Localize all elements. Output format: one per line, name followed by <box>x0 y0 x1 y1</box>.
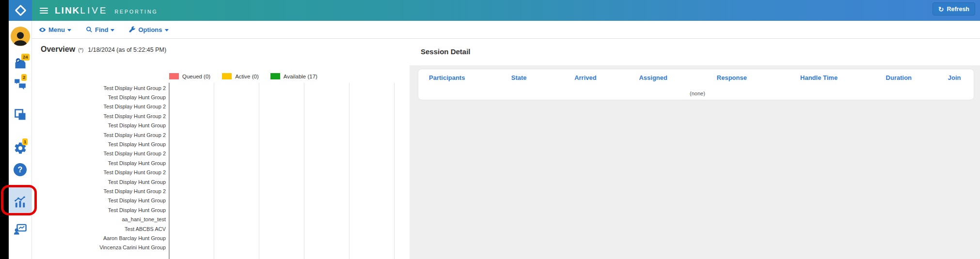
overview-heading: Overview (*) 1/18/2024 (as of 5:22:45 PM… <box>41 45 166 54</box>
chart-row: Test ABCBS ACV <box>32 224 410 233</box>
overview-chart-card: Queued (0)Active (0)Available (17) Test … <box>32 65 410 259</box>
chart-row: Test Display Hunt Group 2 <box>32 149 410 158</box>
refresh-button[interactable]: ↻ Refresh <box>933 2 975 15</box>
overview-marker: (*) <box>78 47 83 53</box>
chart-row: Test Display Hunt Group 2 <box>32 168 410 177</box>
chart-row: Test Display Hunt Group <box>32 205 410 214</box>
chart-row: Test Display Hunt Group <box>32 196 410 205</box>
chart-row: aa_hani_tone_test <box>32 214 410 224</box>
chart-row-label: Test Display Hunt Group 2 <box>32 113 166 119</box>
chart-row-label: Test Display Hunt Group <box>32 141 166 147</box>
chart-row-label: Test ABCBS ACV <box>32 226 166 232</box>
chart-row: Test Display Hunt Group <box>32 121 410 130</box>
sidebar-item-profile[interactable] <box>9 27 32 46</box>
inbox-badge: 24 <box>21 54 30 61</box>
chart-row-label: Test Display Hunt Group 2 <box>32 104 166 109</box>
chart-rows: Test Display Hunt Group 2Test Display Hu… <box>32 83 410 252</box>
sidebar-item-settings[interactable] <box>9 141 32 155</box>
legend-label: Available (17) <box>284 74 317 79</box>
toolbar: Menu Find Options <box>32 21 980 39</box>
chart-row: Test Display Hunt Group 2 <box>32 130 410 139</box>
legend-label: Active (0) <box>235 74 259 79</box>
legend-swatch <box>222 73 232 79</box>
sidebar-item-windows[interactable] <box>9 108 32 122</box>
screen-letterbox <box>0 0 9 259</box>
chart-row-label: aa_hani_tone_test <box>32 216 166 222</box>
column-header[interactable]: Handle Time <box>775 74 863 81</box>
legend-swatch <box>270 73 280 79</box>
chart-row-label: Aaron Barclay Hunt Group <box>32 235 166 241</box>
session-detail-title: Session Detail <box>421 47 471 56</box>
header-bar: LINK LIVE REPORTING <box>32 0 980 21</box>
menu-label: Menu <box>48 26 65 33</box>
chart-row: Test Display Hunt Group <box>32 92 410 102</box>
sidebar-item-chat[interactable] <box>9 77 32 90</box>
chart-row-label: Test Display Hunt Group 2 <box>32 188 166 194</box>
wrench-icon <box>129 26 136 33</box>
windows-icon <box>14 108 27 122</box>
avatar <box>11 27 30 46</box>
legend-item: Available (17) <box>270 73 317 79</box>
legend-item: Active (0) <box>222 73 259 79</box>
find-label: Find <box>95 26 108 33</box>
brand: LINK LIVE REPORTING <box>55 5 158 16</box>
chart-row-label: Test Display Hunt Group <box>32 122 166 128</box>
menu-dropdown[interactable]: Menu <box>39 26 71 33</box>
refresh-icon: ↻ <box>938 6 944 13</box>
settings-badge: 1 <box>22 138 28 145</box>
overview-timestamp: 1/18/2024 (as of 5:22:45 PM) <box>88 46 166 53</box>
table-header-row: ParticipantsStateArrivedAssignedResponse… <box>418 69 974 81</box>
options-label: Options <box>138 26 162 33</box>
search-icon <box>86 26 93 33</box>
page-title: Overview <box>41 45 75 54</box>
legend-item: Queued (0) <box>169 73 210 79</box>
sidebar-item-presentation[interactable] <box>9 222 32 236</box>
chart-row-label: Test Display Hunt Group <box>32 179 166 185</box>
chart-row-label: Test Display Hunt Group 2 <box>32 151 166 156</box>
chart-row: Test Display Hunt Group <box>32 158 410 168</box>
question-mark-icon: ? <box>14 163 27 176</box>
column-header[interactable]: Response <box>688 74 775 81</box>
column-header[interactable]: Arrived <box>553 74 618 81</box>
brand-reporting: REPORTING <box>115 9 158 15</box>
legend-swatch <box>169 73 179 79</box>
app-window: LINK LIVE REPORTING Menu Find Options ↻ … <box>0 0 980 259</box>
chart-legend: Queued (0)Active (0)Available (17) <box>169 73 317 79</box>
session-detail-table: ParticipantsStateArrivedAssignedResponse… <box>418 69 974 100</box>
column-header[interactable]: Participants <box>418 74 485 81</box>
refresh-label: Refresh <box>947 6 969 13</box>
chart-row: Vincenza Carini Hunt Group <box>32 243 410 252</box>
brand-live: LIVE <box>80 5 108 16</box>
chart-row-label: Test Display Hunt Group <box>32 94 166 100</box>
chart-row: Aaron Barclay Hunt Group <box>32 233 410 243</box>
chart-row-label: Test Display Hunt Group 2 <box>32 85 166 91</box>
chart-row-label: Test Display Hunt Group <box>32 207 166 213</box>
sidebar-item-reports[interactable] <box>9 195 32 209</box>
chevron-down-icon <box>111 29 114 31</box>
chart-row-label: Test Display Hunt Group <box>32 160 166 166</box>
eye-icon <box>39 26 46 33</box>
hamburger-menu-icon[interactable] <box>40 6 48 15</box>
column-header[interactable]: Join <box>935 74 974 81</box>
chart-row: Test Display Hunt Group 2 <box>32 83 410 92</box>
bar-chart-icon <box>13 195 27 209</box>
app-logo[interactable] <box>9 0 32 21</box>
person-presentation-icon <box>13 222 27 236</box>
column-header[interactable]: Assigned <box>618 74 688 81</box>
chart-row: Test Display Hunt Group 2 <box>32 111 410 121</box>
column-header[interactable]: Duration <box>862 74 935 81</box>
column-header[interactable]: State <box>485 74 553 81</box>
legend-label: Queued (0) <box>182 74 210 79</box>
help-glyph: ? <box>18 166 23 174</box>
options-dropdown[interactable]: Options <box>129 26 168 33</box>
sidebar-item-help[interactable]: ? <box>9 163 32 176</box>
find-dropdown[interactable]: Find <box>86 26 114 33</box>
diamond-logo-icon <box>15 4 26 16</box>
chart-row: Test Display Hunt Group <box>32 139 410 149</box>
chart-row: Test Display Hunt Group 2 <box>32 186 410 196</box>
chart-row: Test Display Hunt Group 2 <box>32 102 410 111</box>
chevron-down-icon <box>67 29 71 31</box>
chart-row-label: Test Display Hunt Group 2 <box>32 169 166 175</box>
chart-row-label: Test Display Hunt Group 2 <box>32 132 166 138</box>
chart-row: Test Display Hunt Group <box>32 177 410 186</box>
